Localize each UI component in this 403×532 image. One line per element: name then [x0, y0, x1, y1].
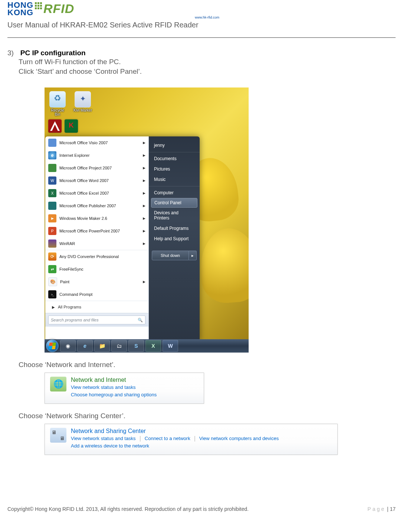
nsc-divider: |	[194, 435, 196, 442]
submenu-arrow-icon: ▶	[143, 191, 145, 195]
submenu-arrow-icon: ▶	[143, 153, 145, 157]
network-sharing-center-title[interactable]: Network and Sharing Center	[71, 428, 279, 434]
start-right-music[interactable]: Music	[149, 174, 200, 185]
start-program-label: Microsoft Office Word 2007	[59, 178, 109, 183]
logo-dots-icon	[35, 2, 42, 9]
nsc-divider: |	[140, 435, 141, 442]
nsc-link-4[interactable]: Add a wireless device to the network	[71, 443, 279, 449]
taskbar-folder-icon[interactable]	[111, 340, 127, 352]
start-program-label: Any DVD Converter Professional	[59, 254, 119, 259]
excel-icon	[48, 189, 56, 197]
rar-icon	[48, 239, 56, 248]
recycle-bin-label: Recycle Bin	[48, 108, 67, 116]
step-2-text: Choose ‘Network and Internet’.	[19, 360, 396, 370]
start-right-devices-printers[interactable]: Devices and Printers	[149, 208, 200, 223]
recycle-bin-icon	[49, 91, 66, 108]
start-program-item[interactable]: Windows Movie Maker 2.6▶	[45, 212, 148, 225]
submenu-arrow-icon: ▶	[143, 204, 145, 208]
start-program-item[interactable]: Any DVD Converter Professional	[45, 250, 148, 263]
step-3-text: Choose ‘Network Sharing Center’.	[19, 411, 396, 421]
start-menu: Microsoft Office Visio 2007▶Internet Exp…	[45, 136, 200, 342]
start-program-item[interactable]: WinRAR▶	[45, 237, 148, 250]
nsc-link-2[interactable]: Connect to a network	[145, 435, 190, 442]
logo-line-2: KONG	[7, 9, 33, 16]
pinned-kaspersky-icon[interactable]	[65, 119, 78, 133]
desktop-recycle-bin[interactable]: Recycle Bin	[48, 91, 67, 116]
pinned-adobe-icon[interactable]	[48, 119, 62, 133]
doc-title: User Manual of HKRAR-EM02 Series Active …	[7, 21, 396, 29]
all-programs-label: All Programs	[58, 305, 81, 309]
start-program-item[interactable]: Microsoft Office Publisher 2007▶	[45, 199, 148, 212]
start-program-label: Windows Movie Maker 2.6	[59, 216, 107, 221]
start-program-label: Microsoft Office Excel 2007	[59, 191, 109, 195]
desktop-kivi-marker[interactable]: Kivi Marker	[73, 91, 92, 116]
start-search-input[interactable]: Search programs and files 🔍	[48, 315, 145, 324]
start-program-label: Microsoft Office Visio 2007	[59, 141, 108, 145]
shutdown-options-button[interactable]: ▸	[189, 251, 197, 260]
start-program-label: Command Prompt	[59, 292, 92, 297]
start-program-item[interactable]: Microsoft Office PowerPoint 2007▶	[45, 225, 148, 237]
submenu-arrow-icon: ▶	[143, 242, 145, 245]
search-icon: 🔍	[138, 318, 143, 323]
submenu-arrow-icon: ▶	[143, 280, 145, 284]
start-right-documents[interactable]: Documents	[149, 152, 200, 164]
start-menu-left-pane: Microsoft Office Visio 2007▶Internet Exp…	[45, 136, 149, 342]
page-number: 17	[390, 506, 396, 512]
taskbar-chrome-icon[interactable]	[60, 340, 76, 352]
taskbar-ie-icon[interactable]	[77, 340, 93, 352]
start-program-item[interactable]: Microsoft Office Excel 2007▶	[45, 187, 148, 199]
section-title: PC IP configuration	[20, 49, 86, 57]
start-right-help-support[interactable]: Help and Support	[149, 234, 200, 244]
taskbar-explorer-icon[interactable]	[94, 340, 110, 352]
submenu-arrow-icon: ▶	[143, 166, 145, 170]
all-programs-arrow-icon: ▶	[52, 305, 55, 309]
nsc-link-3[interactable]: View network computers and devices	[199, 435, 279, 442]
pub-icon	[48, 202, 56, 210]
start-program-item[interactable]: Microsoft Office Project 2007▶	[45, 162, 148, 174]
start-user-name[interactable]: jenny	[149, 140, 200, 151]
kivi-marker-icon	[75, 91, 91, 108]
start-program-item[interactable]: Command Prompt	[45, 288, 148, 301]
dvd-icon	[48, 252, 56, 261]
start-right-control-panel[interactable]: Control Panel	[151, 198, 197, 208]
ffs-icon	[48, 265, 56, 273]
start-right-computer[interactable]: Computer	[149, 186, 200, 198]
start-program-item[interactable]: Paint▶	[45, 275, 148, 288]
kivi-marker-label: Kivi Marker	[73, 108, 92, 112]
nsc-link-1[interactable]: View network status and tasks	[71, 435, 136, 442]
network-internet-sub1[interactable]: View network status and tasks	[71, 384, 157, 391]
section-number: 3)	[7, 49, 14, 57]
proj-icon	[48, 164, 56, 172]
network-internet-title[interactable]: Network and Internet	[71, 377, 157, 383]
screenshot-network-sharing-center: Network and Sharing Center View network …	[45, 424, 338, 455]
start-program-item[interactable]: Microsoft Office Word 2007▶	[45, 174, 148, 187]
start-program-item[interactable]: Internet Explorer▶	[45, 149, 148, 162]
page-footer: Copyright© Hong Kong RFID Ltd. 2013, All…	[7, 506, 396, 512]
page-sep: |	[386, 506, 390, 512]
start-right-default-programs[interactable]: Default Programs	[149, 223, 200, 234]
taskbar-excel-icon[interactable]	[145, 340, 161, 352]
network-internet-icon	[50, 377, 66, 391]
start-program-label: Paint	[60, 280, 69, 284]
start-all-programs[interactable]: ▶ All Programs	[45, 301, 148, 313]
start-orb-button[interactable]	[46, 340, 59, 352]
start-search-placeholder: Search programs and files	[51, 318, 98, 322]
taskbar-word-icon[interactable]	[163, 340, 178, 352]
ie-icon	[48, 151, 56, 159]
wallpaper-tulip-icon	[198, 227, 249, 305]
visio-icon	[48, 139, 56, 147]
section-line-1: Turn off Wi-Fi function of the PC.	[19, 57, 396, 67]
start-program-item[interactable]: FreeFileSync	[45, 263, 148, 275]
start-program-label: Microsoft Office PowerPoint 2007	[59, 229, 120, 233]
shutdown-button[interactable]: Shut down	[152, 251, 189, 260]
start-program-label: Internet Explorer	[59, 153, 89, 158]
start-program-item[interactable]: Microsoft Office Visio 2007▶	[45, 136, 148, 149]
start-program-label: Microsoft Office Project 2007	[59, 166, 112, 170]
start-program-label: FreeFileSync	[59, 267, 83, 271]
start-menu-right-pane: jenny Documents Pictures Music Computer …	[149, 136, 200, 342]
screenshot-start-menu: Recycle Bin Kivi Marker Microsoft Office…	[45, 87, 249, 353]
start-right-pictures[interactable]: Pictures	[149, 164, 200, 174]
start-program-label: Microsoft Office Publisher 2007	[59, 204, 116, 208]
network-internet-sub2[interactable]: Choose homegroup and sharing options	[71, 391, 157, 398]
taskbar-skype-icon[interactable]	[128, 340, 144, 352]
